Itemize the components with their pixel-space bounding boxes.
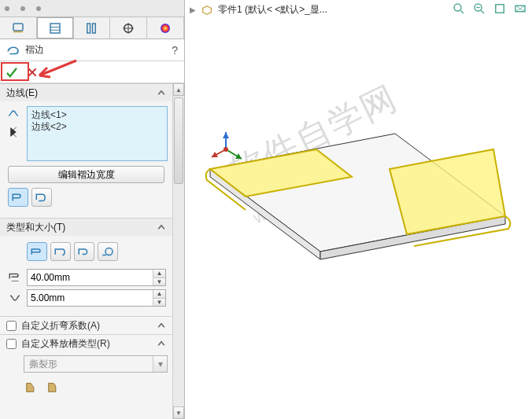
bend-allowance-label: 自定义折弯系数(A) (21, 319, 100, 333)
breadcrumb: ▶ 零件1 (默认< <默认>_显... (190, 3, 327, 17)
panel-tabstrip (0, 17, 184, 39)
tab-config-manager[interactable] (74, 17, 111, 39)
spin-up[interactable]: ▲ (153, 270, 165, 278)
spin-down[interactable]: ▼ (153, 299, 165, 307)
section-relief: 自定义释放槽类型(R) 撕裂形 ▾ (0, 334, 172, 402)
model-preview[interactable] (194, 110, 517, 283)
help-icon[interactable]: ? (172, 44, 178, 57)
panel-scrollbar[interactable]: ▲ ▼ (172, 83, 184, 419)
section-type-size-label: 类型和大小(T) (6, 221, 65, 234)
hem-type-open-button[interactable] (50, 242, 71, 261)
scroll-up[interactable]: ▲ (173, 83, 184, 96)
section-relief-header[interactable]: 自定义释放槽类型(R) (0, 335, 172, 352)
relief-option-b-icon[interactable] (46, 379, 63, 395)
svg-point-19 (224, 147, 228, 152)
svg-rect-9 (496, 5, 504, 13)
section-bend-allowance: 自定义折弯系数(A) (0, 316, 172, 334)
hem-type-closed-button[interactable] (27, 242, 47, 261)
relief-checkbox[interactable] (6, 339, 17, 349)
panel-minitabs (0, 0, 184, 17)
hem-length-input[interactable] (28, 270, 153, 285)
display-style-icon[interactable] (513, 2, 527, 16)
viewport-toolbar (452, 2, 527, 16)
breadcrumb-part-name[interactable]: 零件1 (默认< <默认>_显... (218, 3, 327, 17)
hem-feature-icon (6, 43, 20, 57)
svg-rect-3 (93, 24, 96, 33)
chevron-up-icon (157, 88, 166, 97)
svg-marker-16 (223, 132, 229, 138)
section-type-size-header[interactable]: 类型和大小(T) (0, 219, 172, 236)
zoom-area-icon[interactable] (472, 2, 486, 16)
hem-length-spinner[interactable]: ▲▼ (27, 269, 166, 286)
list-item[interactable]: 边线<1> (31, 109, 163, 121)
chevron-up-icon (157, 339, 166, 348)
view-orientation-icon[interactable] (493, 2, 507, 16)
length-icon (8, 270, 22, 285)
list-item[interactable]: 边线<2> (31, 121, 163, 133)
svg-rect-1 (50, 24, 60, 33)
breadcrumb-expand-icon[interactable]: ▶ (190, 6, 196, 14)
property-panel: 褶边 ? 边线(E) (0, 0, 185, 419)
section-edges: 边线(E) 边线<1> 边线<2> (0, 83, 172, 218)
material-inside-button[interactable] (8, 188, 28, 207)
ok-button[interactable] (3, 64, 20, 81)
minitab-dot[interactable] (36, 6, 41, 11)
svg-rect-0 (13, 24, 23, 31)
confirm-row (0, 61, 184, 83)
relief-type-value: 撕裂形 (24, 356, 153, 372)
section-edges-header[interactable]: 边线(E) (0, 84, 172, 101)
scroll-down[interactable]: ▼ (173, 406, 184, 419)
svg-rect-2 (87, 24, 91, 33)
feature-title: 褶边 (25, 43, 44, 57)
graphics-viewport[interactable]: ▶ 零件1 (默认< <默认>_显... 软件自学网www.rjzxw.com (185, 0, 532, 419)
bend-allowance-checkbox[interactable] (6, 321, 17, 331)
gap-icon (8, 291, 22, 305)
minitab-dot[interactable] (5, 6, 9, 11)
zoom-fit-icon[interactable] (452, 2, 466, 16)
relief-label: 自定义释放槽类型(R) (21, 337, 110, 351)
edge-selection-list[interactable]: 边线<1> 边线<2> (27, 106, 168, 161)
svg-point-7 (454, 4, 461, 11)
hem-gap-input[interactable] (28, 290, 153, 306)
cancel-button[interactable] (24, 64, 41, 81)
combo-dropdown-icon: ▾ (153, 356, 167, 372)
scroll-thumb[interactable] (174, 97, 183, 184)
section-type-size: 类型和大小(T) (0, 218, 172, 316)
part-icon (201, 4, 213, 17)
tab-dimxpert[interactable] (110, 17, 147, 39)
flip-direction-icon[interactable] (6, 125, 20, 139)
material-outside-button[interactable] (31, 188, 52, 207)
section-bend-allowance-header[interactable]: 自定义折弯系数(A) (0, 317, 172, 334)
edge-select-icon[interactable] (6, 106, 20, 120)
hem-type-rolled-button[interactable] (98, 242, 118, 261)
chevron-up-icon (157, 321, 166, 330)
svg-point-5 (161, 24, 170, 33)
hem-type-teardrop-button[interactable] (74, 242, 94, 261)
spin-down[interactable]: ▼ (153, 278, 165, 286)
edit-hem-width-button[interactable]: 编辑褶边宽度 (8, 166, 164, 183)
relief-type-combo: 撕裂形 ▾ (24, 355, 168, 373)
minitab-dot[interactable] (20, 6, 25, 11)
spin-up[interactable]: ▲ (153, 290, 165, 299)
chevron-up-icon (157, 222, 166, 232)
tab-feature-tree[interactable] (0, 17, 37, 39)
relief-option-a-icon[interactable] (24, 379, 41, 395)
tab-appearance[interactable] (147, 17, 184, 39)
svg-point-6 (105, 248, 113, 255)
tab-property-manager[interactable] (37, 17, 74, 39)
feature-title-row: 褶边 ? (0, 39, 184, 61)
hem-gap-spinner[interactable]: ▲▼ (27, 289, 166, 307)
section-edges-label: 边线(E) (6, 86, 38, 100)
